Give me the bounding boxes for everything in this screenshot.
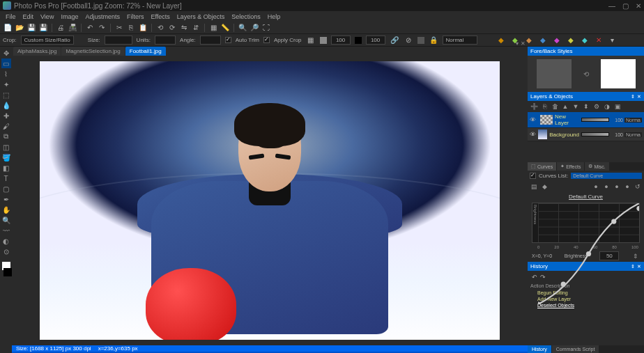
sponge-tool[interactable]: ⊙ — [1, 246, 11, 256]
flip-h-icon[interactable]: ⇋ — [179, 23, 189, 33]
print-icon[interactable]: 🖨 — [56, 23, 66, 33]
rect-select-tool[interactable]: ▭ — [1, 58, 11, 68]
menu-selections[interactable]: Selections — [229, 13, 263, 20]
opacity-1-input[interactable] — [331, 36, 351, 45]
scan-icon[interactable]: 📠 — [68, 23, 77, 33]
zoom-in-icon[interactable]: 🔍 — [238, 23, 247, 33]
zoom-out-icon[interactable]: 🔎 — [250, 23, 259, 33]
opacity-2-input[interactable] — [366, 36, 385, 45]
tab-0[interactable]: AlphaMasks.jpg — [13, 47, 61, 56]
up-layer-icon[interactable]: ▲ — [561, 102, 569, 111]
tab-dropdown-icon[interactable]: ▾ — [516, 40, 519, 47]
dup-layer-icon[interactable]: ⎘ — [540, 102, 549, 111]
menu-file[interactable]: File — [3, 13, 19, 20]
close-button[interactable]: ✕ — [636, 2, 641, 10]
fx-del-icon[interactable]: ✕ — [594, 36, 604, 45]
blend-dropdown[interactable]: Normal — [443, 36, 477, 45]
fx-layer-icon[interactable]: ⚙ — [592, 102, 601, 111]
rotate-left-icon[interactable]: ⟲ — [155, 23, 165, 33]
reset-icon[interactable]: ⊘ — [404, 36, 413, 45]
eyedrop-tool[interactable]: 💧 — [1, 100, 11, 110]
back-style-swatch[interactable] — [601, 59, 636, 88]
group-icon[interactable]: ▣ — [613, 102, 622, 111]
wand-tool[interactable]: ✦ — [1, 79, 11, 89]
redo-icon[interactable]: ↷ — [97, 23, 107, 33]
opacity-slider[interactable] — [581, 132, 609, 136]
smudge-tool[interactable]: 〰 — [1, 226, 11, 235]
paste-icon[interactable]: 📋 — [138, 23, 148, 33]
btab-commands[interactable]: Commands Script — [552, 345, 599, 353]
panel-menu-icon[interactable]: ⇕ — [631, 94, 635, 100]
undo-icon[interactable]: ↶ — [85, 23, 95, 33]
menu-layers[interactable]: Layers & Objects — [174, 13, 228, 20]
curve-graph[interactable]: Brightness — [532, 203, 640, 243]
opacity-slider[interactable] — [581, 118, 609, 122]
units-dropdown[interactable] — [155, 36, 176, 45]
canvas-viewport[interactable] — [12, 56, 528, 345]
tab-curves[interactable]: ⬚Curves — [528, 162, 556, 171]
fx7-icon[interactable]: ◆ — [580, 36, 590, 45]
mask-icon[interactable]: ◑ — [603, 102, 611, 111]
zoom-tool[interactable]: 🔍 — [1, 215, 11, 225]
image-canvas[interactable] — [40, 61, 500, 340]
open-icon[interactable]: 📂 — [15, 23, 24, 33]
fx1-icon[interactable]: ◆ — [496, 36, 506, 45]
angle-dropdown[interactable] — [200, 36, 221, 45]
fill-tool[interactable]: 🪣 — [1, 152, 11, 162]
text-tool[interactable]: T — [1, 173, 11, 183]
layer-row-0[interactable]: 👁 New Layer 100 Norma — [528, 112, 644, 128]
minimize-button[interactable]: — — [608, 2, 615, 10]
fx4-icon[interactable]: ◆ — [538, 36, 548, 45]
layer-row-1[interactable]: 👁 Background 100 Norma — [528, 128, 644, 141]
pen-tool[interactable]: ✒ — [1, 194, 11, 204]
menu-image[interactable]: Image — [58, 13, 81, 20]
erase-tool[interactable]: ◫ — [1, 142, 11, 152]
shape-tool[interactable]: ▢ — [1, 184, 11, 194]
link-icon[interactable]: 🔗 — [390, 36, 399, 45]
fore-style-swatch[interactable] — [537, 59, 572, 88]
visibility-icon[interactable]: 👁 — [530, 116, 538, 123]
crop-mode-dropdown[interactable]: Custom Size/Ratio — [21, 36, 74, 45]
size-dropdown[interactable] — [105, 36, 132, 45]
menu-effects[interactable]: Effects — [148, 13, 172, 20]
panel-close-icon[interactable]: ✕ — [637, 94, 641, 100]
hist-undo-icon[interactable]: ↶ — [532, 274, 537, 281]
merge-icon[interactable]: ⬍ — [582, 102, 590, 111]
color-swatch-3[interactable] — [417, 37, 424, 44]
curve-op1-icon[interactable]: ◆ — [540, 182, 549, 191]
cut-icon[interactable]: ✂ — [114, 23, 124, 33]
btab-history[interactable]: History — [528, 345, 551, 353]
lasso-tool[interactable]: ⌇ — [1, 69, 11, 79]
hand-tool[interactable]: ✋ — [1, 205, 11, 214]
dodge-tool[interactable]: ◐ — [1, 236, 11, 246]
tab-1[interactable]: MagneticSelection.jpg — [61, 47, 124, 56]
tab-misc[interactable]: ⚙Misc. — [585, 162, 608, 171]
curve-preset-icon[interactable]: ▤ — [530, 182, 538, 191]
ruler-icon[interactable]: 📏 — [220, 23, 230, 33]
curves-enable-checkbox[interactable] — [530, 173, 536, 179]
curve-pt2-icon[interactable]: ● — [602, 182, 611, 191]
grid-icon[interactable]: ▦ — [208, 23, 218, 33]
menu-adjustments[interactable]: Adjustments — [82, 13, 123, 20]
del-layer-icon[interactable]: 🗑 — [551, 102, 559, 111]
save-icon[interactable]: 💾 — [26, 23, 36, 33]
copy-icon[interactable]: ⎘ — [126, 23, 136, 33]
fx5-icon[interactable]: ◆ — [552, 36, 562, 45]
fit-icon[interactable]: ⛶ — [261, 23, 271, 33]
down-layer-icon[interactable]: ▼ — [572, 102, 580, 111]
maximize-button[interactable]: ▢ — [622, 2, 629, 10]
layers-panel-title[interactable]: Layers & Objects ⇕✕ — [528, 92, 644, 101]
applycrop-checkbox[interactable] — [263, 37, 270, 43]
color-swatch-2[interactable] — [355, 37, 362, 44]
curve-pt3-icon[interactable]: ● — [613, 182, 621, 191]
brush-tool[interactable]: 🖌 — [1, 121, 11, 131]
fx-more-icon[interactable]: ▾ — [608, 36, 618, 45]
crop-tool[interactable]: ⬚ — [1, 90, 11, 100]
visibility-icon[interactable]: 👁 — [530, 131, 536, 138]
heal-tool[interactable]: ✚ — [1, 111, 11, 120]
grid-opt-icon[interactable]: ▦ — [306, 36, 316, 45]
menu-help[interactable]: Help — [265, 13, 284, 20]
curve-pt4-icon[interactable]: ● — [623, 182, 631, 191]
flip-v-icon[interactable]: ⇵ — [191, 23, 201, 33]
move-tool[interactable]: ✥ — [1, 48, 11, 58]
